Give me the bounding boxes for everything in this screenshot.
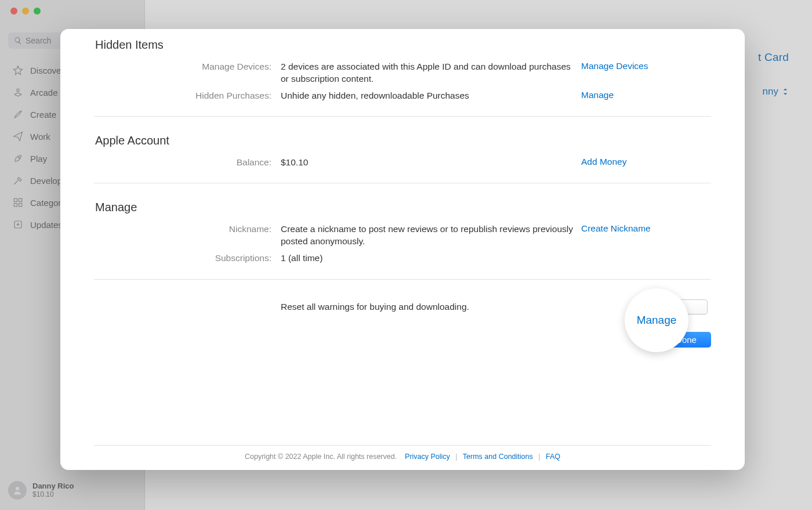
add-money-link[interactable]: Add Money <box>581 157 626 167</box>
apple-account-title: Apple Account <box>95 134 711 147</box>
section-divider <box>94 116 711 117</box>
privacy-policy-link[interactable]: Privacy Policy <box>405 453 450 461</box>
manage-devices-row: Manage Devices: 2 devices are associated… <box>94 61 711 85</box>
nickname-label: Nickname: <box>94 223 281 234</box>
reset-row: Reset all warnings for buying and downlo… <box>94 299 711 314</box>
hidden-purchases-row: Hidden Purchases: Unhide any hidden, red… <box>94 90 711 102</box>
hidden-purchases-manage-link[interactable]: Manage <box>581 90 614 100</box>
nickname-row: Nickname: Create a nickname to post new … <box>94 223 711 248</box>
subscriptions-label: Subscriptions: <box>94 252 281 263</box>
section-divider <box>94 183 711 183</box>
modal-footer: Copyright © 2022 Apple Inc. All rights r… <box>94 445 711 461</box>
manage-devices-label: Manage Devices: <box>94 61 281 72</box>
subscriptions-row: Subscriptions: 1 (all time) <box>94 252 711 265</box>
manage-devices-link[interactable]: Manage Devices <box>581 61 648 71</box>
terms-link[interactable]: Terms and Conditions <box>463 453 533 461</box>
manage-title: Manage <box>95 201 711 214</box>
hidden-purchases-value: Unhide any hidden, redownloadable Purcha… <box>281 90 577 102</box>
reset-warnings-text: Reset all warnings for buying and downlo… <box>281 301 575 313</box>
nickname-value: Create a nickname to post new reviews or… <box>281 223 577 248</box>
hidden-items-title: Hidden Items <box>95 38 711 52</box>
app-window: Search Discover Arcade Create Work Play … <box>0 0 812 510</box>
section-divider <box>94 279 711 280</box>
manage-subscriptions-callout[interactable]: Manage <box>625 288 688 352</box>
balance-label: Balance: <box>94 157 281 168</box>
account-settings-modal: Hidden Items Manage Devices: 2 devices a… <box>60 29 745 470</box>
balance-value: $10.10 <box>281 157 577 169</box>
faq-link[interactable]: FAQ <box>546 453 560 461</box>
hidden-purchases-label: Hidden Purchases: <box>94 90 281 101</box>
done-row: Done <box>94 332 711 348</box>
create-nickname-link[interactable]: Create Nickname <box>581 223 651 233</box>
manage-devices-value: 2 devices are associated with this Apple… <box>281 61 577 85</box>
copyright-text: Copyright © 2022 Apple Inc. All rights r… <box>245 453 397 461</box>
subscriptions-value: 1 (all time) <box>281 252 577 265</box>
balance-row: Balance: $10.10 Add Money <box>94 157 711 169</box>
manage-subscriptions-link[interactable]: Manage <box>637 314 677 327</box>
